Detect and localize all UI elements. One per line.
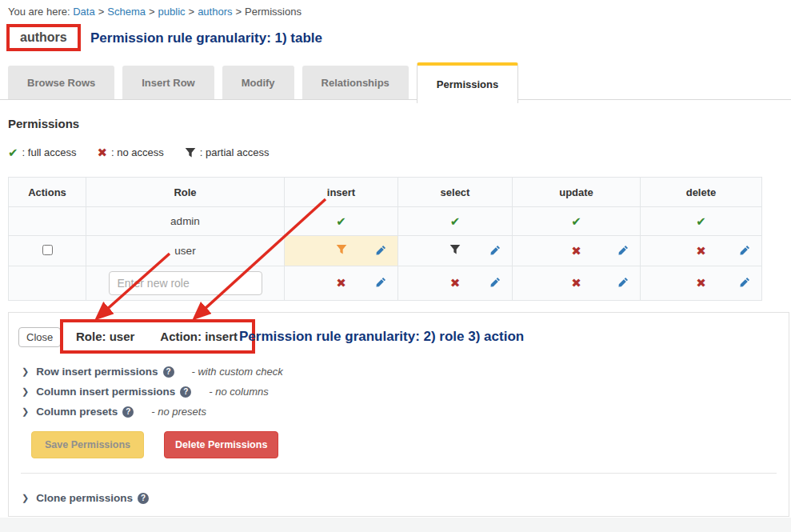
no-access-icon: ✖ xyxy=(696,245,706,257)
breadcrumb-data[interactable]: Data xyxy=(73,6,94,18)
granularity-table-heading: Permission rule granularity: 1) table xyxy=(90,30,322,46)
column-header-insert: insert xyxy=(285,178,398,207)
insert-permission-cell[interactable]: ✔ xyxy=(285,207,398,236)
no-access-icon: ✖ xyxy=(696,277,706,289)
table-name-annotation: authors xyxy=(6,24,81,51)
delete-permissions-button[interactable]: Delete Permissions xyxy=(164,431,278,458)
select-permission-cell[interactable] xyxy=(398,236,513,266)
tab-relationships[interactable]: Relationships xyxy=(302,66,409,99)
access-legend: ✔ : full access ✖ : no access : partial … xyxy=(8,146,290,158)
edit-permission-icon[interactable] xyxy=(618,276,629,290)
update-permission-cell[interactable]: ✖ xyxy=(513,266,641,301)
table-tabs: Browse Rows Insert Row Modify Relationsh… xyxy=(8,62,526,103)
save-permissions-button[interactable]: Save Permissions xyxy=(31,431,144,458)
help-icon[interactable]: ? xyxy=(180,386,191,398)
full-access-icon: ✔ xyxy=(336,215,346,227)
table-row: user✖✖ xyxy=(9,236,762,266)
chevron-right-icon: ❯ xyxy=(22,493,29,503)
breadcrumb-current: Permissions xyxy=(245,6,302,18)
column-header-role: Role xyxy=(86,178,285,207)
actions-cell[interactable] xyxy=(9,236,86,266)
breadcrumb: You are here: Data>Schema>public>authors… xyxy=(8,6,302,18)
breadcrumb-public[interactable]: public xyxy=(158,6,186,18)
chevron-right-icon: ❯ xyxy=(22,366,29,377)
no-access-icon: ✖ xyxy=(571,245,581,257)
row-insert-permissions-section[interactable]: ❯ Row insert permissions ? - with custom… xyxy=(22,362,283,382)
no-access-icon: ✖ xyxy=(336,277,346,289)
breadcrumb-schema[interactable]: Schema xyxy=(107,6,146,18)
edit-permission-icon[interactable] xyxy=(618,244,629,258)
help-icon[interactable]: ? xyxy=(163,366,174,378)
edit-permission-icon[interactable] xyxy=(490,276,501,290)
full-access-icon: ✔ xyxy=(450,215,461,227)
granularity-role-action-heading: Permission rule granularity: 2) role 3) … xyxy=(239,329,524,345)
update-permission-cell[interactable]: ✔ xyxy=(513,207,641,236)
column-header-select: select xyxy=(398,178,513,207)
select-permission-cell[interactable]: ✖ xyxy=(398,266,513,301)
clone-permissions-section[interactable]: ❯ Clone permissions ? xyxy=(22,488,149,508)
breadcrumb-prefix: You are here: xyxy=(8,6,70,18)
column-header-update: update xyxy=(513,178,641,207)
column-presets-section[interactable]: ❯ Column presets ? - no presets xyxy=(22,402,283,422)
new-role-cell[interactable] xyxy=(86,266,285,301)
delete-permission-cell[interactable]: ✖ xyxy=(641,266,762,301)
role-select-checkbox[interactable] xyxy=(42,245,53,255)
update-permission-cell[interactable]: ✖ xyxy=(513,236,641,266)
legend-partial-access-label: : partial access xyxy=(200,146,270,158)
column-presets-note: - no presets xyxy=(151,406,206,418)
delete-permission-cell[interactable]: ✖ xyxy=(641,236,762,266)
panel-divider xyxy=(21,473,777,474)
edit-permission-icon[interactable] xyxy=(376,276,386,290)
column-insert-permissions-section[interactable]: ❯ Column insert permissions ? - no colum… xyxy=(22,382,283,402)
actions-cell xyxy=(9,207,86,236)
tab-modify[interactable]: Modify xyxy=(222,66,294,99)
page-background-strip xyxy=(0,518,791,532)
legend-full-access-label: : full access xyxy=(22,146,77,158)
tab-browse-rows[interactable]: Browse Rows xyxy=(8,66,114,99)
insert-permission-cell[interactable]: ✖ xyxy=(285,266,398,301)
full-access-icon: ✔ xyxy=(696,215,706,227)
chevron-right-icon: ❯ xyxy=(22,386,29,397)
partial-access-icon xyxy=(449,244,461,255)
help-icon[interactable]: ? xyxy=(122,406,134,418)
select-permission-cell[interactable]: ✔ xyxy=(398,207,513,236)
edit-permission-icon[interactable] xyxy=(490,244,501,258)
no-access-icon: ✖ xyxy=(571,277,581,289)
permissions-page: You are here: Data>Schema>public>authors… xyxy=(0,0,791,532)
breadcrumb-authors[interactable]: authors xyxy=(198,6,232,18)
role-label: Role: user xyxy=(76,330,134,343)
matrix-header: ActionsRoleinsertselectupdatedelete xyxy=(9,178,762,207)
legend-no-access-label: : no access xyxy=(111,146,164,158)
role-name-cell: user xyxy=(86,236,285,266)
delete-permission-cell[interactable]: ✔ xyxy=(641,207,762,236)
column-insert-note: - no columns xyxy=(209,386,268,398)
full-access-icon: ✔ xyxy=(8,146,18,158)
edit-permission-icon[interactable] xyxy=(740,276,750,290)
permissions-matrix: ActionsRoleinsertselectupdatedelete admi… xyxy=(8,177,762,301)
chevron-right-icon: ❯ xyxy=(22,406,29,417)
help-icon[interactable]: ? xyxy=(138,493,149,504)
edit-permission-icon[interactable] xyxy=(740,244,750,258)
actions-cell xyxy=(9,266,86,301)
no-access-icon: ✖ xyxy=(98,146,108,158)
new-role-input[interactable] xyxy=(109,271,262,295)
tab-permissions[interactable]: Permissions xyxy=(417,62,518,103)
permission-detail-panel: Close Role: user Action: insert Permissi… xyxy=(8,312,789,517)
table-row: ✖✖✖✖ xyxy=(9,266,762,301)
column-header-delete: delete xyxy=(641,178,762,207)
partial-access-icon xyxy=(336,244,347,255)
partial-access-icon xyxy=(185,147,196,158)
action-label: Action: insert xyxy=(160,330,238,343)
permissions-section-title: Permissions xyxy=(8,117,79,130)
role-name-cell: admin xyxy=(86,207,285,236)
row-insert-note: - with custom check xyxy=(192,366,283,378)
permission-sections: ❯ Row insert permissions ? - with custom… xyxy=(22,362,283,422)
column-header-actions: Actions xyxy=(9,178,86,207)
edit-permission-icon[interactable] xyxy=(376,244,386,258)
no-access-icon: ✖ xyxy=(450,277,461,289)
close-button[interactable]: Close xyxy=(18,327,61,347)
insert-permission-cell[interactable] xyxy=(285,236,398,266)
full-access-icon: ✔ xyxy=(571,215,581,227)
table-row: admin✔✔✔✔ xyxy=(9,207,762,236)
tab-insert-row[interactable]: Insert Row xyxy=(122,66,214,99)
